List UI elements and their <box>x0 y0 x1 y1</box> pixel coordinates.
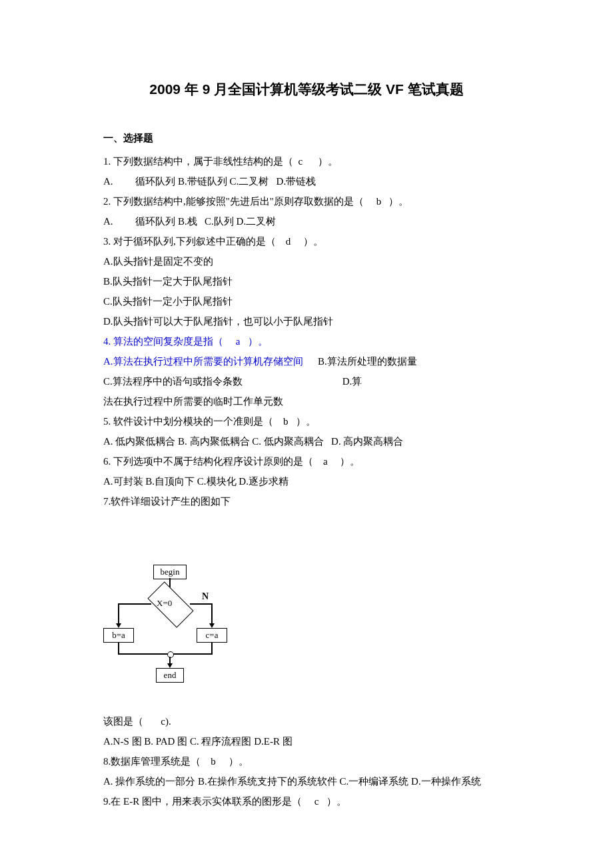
flowchart-line <box>118 603 119 626</box>
question-4-line-ab: A.算法在执行过程中所需要的计算机存储空间 B.算法所处理的数据量 <box>103 351 510 371</box>
flowchart-diagram: begin X=0 N b=a c=a end <box>103 565 237 685</box>
question-3-option-a: A.队头指针是固定不变的 <box>103 251 510 271</box>
question-5-options: A. 低内聚低耦合 B. 高内聚低耦合 C. 低内聚高耦合 D. 高内聚高耦合 <box>103 431 510 451</box>
flowchart-arrow-down-icon <box>167 663 173 668</box>
question-3-option-b: B.队头指针一定大于队尾指针 <box>103 271 510 291</box>
flowchart-ca-box: c=a <box>197 628 227 643</box>
section-header: 一、选择题 <box>103 132 510 145</box>
question-7: 7.软件详细设计产生的图如下 <box>103 491 510 511</box>
question-4-option-a: A.算法在执行过程中所需要的计算机存储空间 <box>103 356 303 367</box>
question-6-options: A.可封装 B.自顶向下 C.模块化 D.逐步求精 <box>103 471 510 491</box>
question-3: 3. 对于循环队列,下列叙述中正确的是（ d ）。 <box>103 231 510 251</box>
flowchart-line <box>118 603 151 605</box>
flowchart-arrow-down-icon <box>209 623 215 628</box>
question-3-option-d: D.队头指针可以大于队尾指针，也可以小于队尾指针 <box>103 311 510 331</box>
question-2: 2. 下列数据结构中,能够按照"先进后出"原则存取数据的是（ b ）。 <box>103 191 510 211</box>
question-4-option-c: C.算法程序中的语句或指令条数 D.算 <box>103 371 510 391</box>
document-page: 2009 年 9 月全国计算机等级考试二级 VF 笔试真题 一、选择题 1. 下… <box>0 0 613 851</box>
question-4-option-c2: 法在执行过程中所需要的临时工作单元数 <box>103 391 510 411</box>
flowchart-line <box>211 603 213 626</box>
question-3-option-c: C.队头指针一定小于队尾指针 <box>103 291 510 311</box>
page-title: 2009 年 9 月全国计算机等级考试二级 VF 笔试真题 <box>103 80 510 99</box>
flowchart-ba-box: b=a <box>103 628 134 643</box>
question-1: 1. 下列数据结构中，属于非线性结构的是（ c ）。 <box>103 151 510 171</box>
question-1-options: A. 循环队列 B.带链队列 C.二叉树 D.带链栈 <box>103 171 510 191</box>
flowchart-join-node <box>167 651 174 658</box>
question-4-option-b: B.算法所处理的数据量 <box>318 356 417 367</box>
flowchart-n-label: N <box>202 591 209 602</box>
question-2-options: A. 循环队列 B.栈 C.队列 D.二叉树 <box>103 211 510 231</box>
question-5: 5. 软件设计中划分模块的一个准则是（ b ）。 <box>103 411 510 431</box>
flowchart-line <box>190 603 213 605</box>
flowchart-end-box: end <box>156 668 184 683</box>
question-4: 4. 算法的空间复杂度是指（ a ）。 <box>103 331 510 351</box>
flowchart-line <box>118 653 170 655</box>
question-9: 9.在 E-R 图中，用来表示实体联系的图形是（ c ）。 <box>103 791 510 811</box>
question-8: 8.数据库管理系统是（ b ）。 <box>103 751 510 771</box>
question-6: 6. 下列选项中不属于结构化程序设计原则的是（ a ）。 <box>103 451 510 471</box>
flowchart-line <box>170 653 213 655</box>
flowchart-condition-text: X=0 <box>157 598 172 609</box>
question-7b: 该图是（ c). <box>103 711 510 731</box>
flowchart-begin-box: begin <box>153 565 187 579</box>
question-7-options: A.N-S 图 B. PAD 图 C. 程序流程图 D.E-R 图 <box>103 731 510 751</box>
question-8-options: A. 操作系统的一部分 B.在操作系统支持下的系统软件 C.一种编译系统 D.一… <box>103 771 510 791</box>
flowchart-arrow-down-icon <box>116 623 121 628</box>
